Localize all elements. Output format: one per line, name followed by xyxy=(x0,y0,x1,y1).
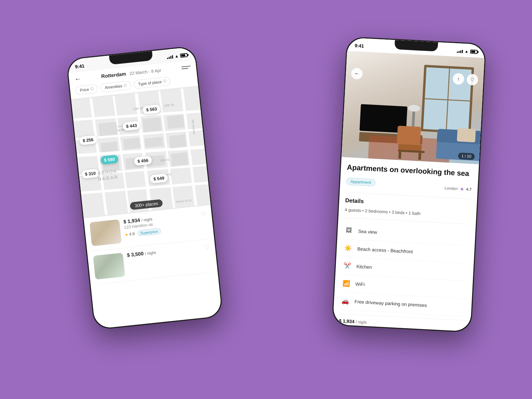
svg-rect-14 xyxy=(100,142,118,153)
location-date: Rotterdam 22 March - 8 Apr xyxy=(101,67,162,79)
location-name: Rotterdam xyxy=(101,71,126,79)
price-chip-icon: ⓘ xyxy=(90,86,94,91)
price-per-1: / night xyxy=(141,217,153,222)
wifi-icon-right: ▲ xyxy=(465,49,469,54)
phone-left: 9:41 ▲ ← Rotterdam 22 March - 8 Apr xyxy=(66,46,223,330)
hero-image: ← ↑ ♡ 1 / 20 xyxy=(341,51,484,164)
status-icons-left: ▲ xyxy=(167,53,188,59)
time-right: 9:41 xyxy=(354,43,364,49)
listing-info-2: $ 3,500 / night xyxy=(127,245,201,258)
battery-icon-left xyxy=(180,53,188,58)
property-rating: 4.7 xyxy=(466,187,471,192)
location-icon: ★ xyxy=(460,186,464,192)
type-chip-icon: ⓘ xyxy=(163,79,167,84)
amenities-chip[interactable]: Amenities ⓘ xyxy=(100,81,132,93)
price-chip[interactable]: Price ⓘ xyxy=(75,84,98,95)
listing-thumb-2 xyxy=(93,253,125,280)
type-chip-label: Type of place xyxy=(138,79,162,86)
svg-rect-12 xyxy=(123,138,140,150)
signal-icon-left xyxy=(167,55,173,59)
listing-info-1: $ 1,934 / night 123 Hamilton str. ★ 4.9 … xyxy=(123,211,199,238)
amenity-icon-2: ✂️ xyxy=(341,260,353,272)
superprice-badge-1: Superprice xyxy=(137,228,161,236)
svg-rect-13 xyxy=(142,117,162,132)
property-location: London ★ 4.7 xyxy=(444,185,471,192)
svg-rect-20 xyxy=(169,134,187,148)
amenity-label-3: WiFi xyxy=(355,281,365,287)
date-range: 22 March - 8 Apr xyxy=(129,68,162,76)
location-label: London xyxy=(445,186,458,191)
type-chip[interactable]: Type of place ⓘ xyxy=(133,76,171,89)
hero-back-button[interactable]: ← xyxy=(351,67,363,79)
amenity-icon-4: 🚗 xyxy=(340,296,351,307)
amenity-icon-1: ☀️ xyxy=(342,243,354,254)
property-title: Apartments on overlooking the sea xyxy=(347,163,473,179)
time-left: 9:41 xyxy=(75,63,85,69)
bottom-price-label: $ 1,934 / night xyxy=(339,318,465,330)
amenity-label-0: Sea view xyxy=(358,228,377,235)
listing-thumb-1 xyxy=(89,219,122,246)
star-icon-1: ★ xyxy=(125,232,128,237)
amenities-chip-icon: ⓘ xyxy=(123,83,127,88)
amenities-chip-label: Amenities xyxy=(104,83,122,90)
listing-rating-1: ★ 4.9 xyxy=(125,231,135,237)
property-type-badge: Appartment xyxy=(346,178,376,187)
price-per-2: / night xyxy=(145,250,156,256)
status-icons-right: ▲ xyxy=(457,49,478,54)
svg-rect-19 xyxy=(167,115,185,129)
svg-rect-21 xyxy=(171,152,188,166)
image-counter: 1 / 20 xyxy=(458,153,475,160)
amenity-label-1: Beach access - Beachfront xyxy=(357,246,413,254)
heart-button-2[interactable]: ♡ xyxy=(204,244,210,252)
svg-rect-15 xyxy=(144,137,163,148)
map-area[interactable]: 13th St 15th St 7th St 20th St 22nd St 5… xyxy=(71,86,211,218)
amenity-label-2: Kitchen xyxy=(356,264,372,270)
share-button[interactable]: ↑ xyxy=(453,73,465,85)
listing-price-2: $ 3,500 / night xyxy=(127,245,201,258)
back-button-left[interactable]: ← xyxy=(74,75,81,83)
amenity-label-4: Free driveway parking on premises xyxy=(354,299,427,308)
signal-icon-right xyxy=(457,49,463,53)
filter-button[interactable] xyxy=(181,63,191,73)
detail-content: Apartments on overlooking the sea Appart… xyxy=(333,157,479,332)
amenity-icon-3: 📶 xyxy=(340,278,352,289)
neighborhood-label: ASHOKNAGAR xyxy=(97,168,119,182)
wifi-icon-left: ▲ xyxy=(175,54,179,59)
svg-rect-11 xyxy=(98,122,118,136)
hero-heart-button[interactable]: ♡ xyxy=(466,74,478,86)
heart-button-1[interactable]: ♡ xyxy=(200,210,206,218)
rating-value-1: 4.9 xyxy=(129,231,135,237)
battery-icon-right xyxy=(470,50,478,54)
listings-panel: $ 1,934 / night 123 Hamilton str. ★ 4.9 … xyxy=(84,205,218,285)
amenity-icon-0: 🖼 xyxy=(343,225,355,236)
price-chip-label: Price xyxy=(80,87,89,93)
phone-right: 9:41 ▲ xyxy=(332,37,486,333)
